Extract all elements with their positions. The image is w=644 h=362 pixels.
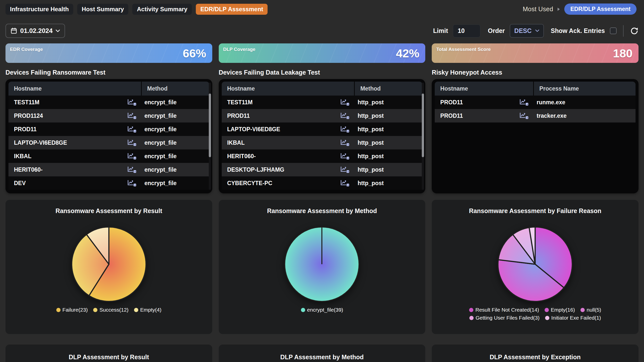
chart-dlp-by-method: DLP Assessment by Method [219, 344, 426, 362]
scrollbar-thumb[interactable] [422, 94, 424, 157]
legend-item-encrypt-file[interactable]: encrypt_file(39) [301, 307, 343, 313]
open-chart-icon[interactable] [340, 179, 350, 187]
legend-item-getting-user-files-failed[interactable]: Getting User Files Failed(3) [469, 315, 540, 321]
open-chart-icon[interactable] [340, 125, 350, 133]
scrollbar-thumb[interactable] [209, 94, 211, 157]
order-value: DESC [514, 27, 532, 35]
top-bar: Infrastructure HealthHost SummaryActivit… [0, 0, 644, 15]
legend-item-empty[interactable]: Empty(4) [134, 307, 162, 313]
legend-dot [301, 308, 305, 312]
tab-infrastructure-health[interactable]: Infrastructure Health [6, 4, 73, 15]
chart-ransomware-by-result: Ransomware Assessment by Result Failure(… [6, 200, 212, 334]
open-chart-icon[interactable] [340, 152, 350, 160]
legend-dot [469, 308, 473, 312]
table-row: PROD11 http_post [222, 109, 422, 122]
show-ack-checkbox[interactable] [610, 28, 616, 34]
chart-title: Ransomware Assessment by Failure Reason [432, 200, 638, 215]
most-used-badge[interactable]: EDR/DLP Assessment [564, 4, 636, 15]
hostname-cell: TEST11M [227, 99, 252, 106]
legend-item-success[interactable]: Success(12) [93, 307, 128, 313]
open-chart-icon[interactable] [127, 99, 136, 106]
table-row: TEST11M encrypt_file [8, 96, 209, 109]
open-chart-icon[interactable] [127, 125, 136, 133]
open-chart-icon[interactable] [127, 179, 136, 187]
legend-label: Initiator Exe Failed(1) [551, 315, 601, 321]
table-row: DESKTOP-LJFHAMG http_post [222, 163, 422, 176]
open-chart-icon[interactable] [519, 99, 529, 106]
stat-label: Total Assessment Score [436, 47, 491, 52]
hostname-cell: TEST11M [14, 99, 39, 106]
hostname-cell: HERIT060- [227, 153, 256, 160]
chart-title: Ransomware Assessment by Result [6, 200, 212, 215]
open-chart-icon[interactable] [340, 112, 350, 119]
chart-dlp-by-result: DLP Assessment by Result [6, 344, 212, 362]
breadcrumb-arrow-icon [557, 7, 560, 11]
chevron-down-icon [535, 30, 539, 32]
open-chart-icon[interactable] [127, 166, 136, 173]
table-body: TEST11M http_post PROD11 http_post LAPTO… [222, 96, 422, 190]
legend-item-result-file-not-created[interactable]: Result File Not Created(14) [469, 307, 539, 313]
open-chart-icon[interactable] [127, 112, 136, 119]
refresh-button[interactable] [630, 27, 638, 35]
open-chart-icon[interactable] [127, 139, 136, 146]
open-chart-icon[interactable] [340, 166, 350, 173]
legend-label: Getting User Files Failed(3) [476, 315, 540, 321]
column-header-hostname: Hostname [435, 82, 533, 96]
column-header-hostname: Hostname [222, 82, 354, 96]
legend-label: Result File Not Created(14) [475, 307, 539, 313]
chart-legend: encrypt_file(39) [242, 307, 402, 313]
open-chart-icon[interactable] [340, 99, 350, 106]
hostname-cell: DESKTOP-LJFHAMG [227, 166, 284, 173]
stat-cards-row: EDR Coverage 66% DLP Coverage 42% Total … [0, 43, 644, 63]
date-picker[interactable]: 01.02.2024 [6, 24, 65, 38]
open-chart-icon[interactable] [519, 112, 529, 119]
stat-value: 66% [183, 46, 206, 60]
show-ack-label: Show Ack. Entries [551, 27, 605, 35]
chart-title: DLP Assessment by Exception [432, 344, 638, 361]
pie-chart [219, 225, 426, 303]
column-header-method: Method [142, 82, 209, 96]
most-used-label: Most Used [523, 6, 553, 13]
value-cell: runme.exe [533, 99, 636, 106]
chart-title: DLP Assessment by Method [219, 344, 426, 361]
value-cell: encrypt_file [141, 166, 209, 173]
value-cell: encrypt_file [141, 139, 209, 146]
legend-dot [93, 308, 98, 312]
table-risky-honeypot: Hostname Process Name PROD11 runme.exe P… [432, 79, 638, 193]
stat-value: 180 [613, 46, 632, 60]
open-chart-icon[interactable] [340, 139, 350, 146]
hostname-cell: IKBAL [227, 139, 245, 146]
table-ransomware-test: Hostname Method TEST11M encrypt_file PRO… [6, 79, 212, 193]
table-row: HERIT060- http_post [222, 149, 422, 163]
section-risky-honeypot: Risky Honeypot Access Hostname Process N… [432, 63, 638, 193]
legend-item-initiator-exe-failed[interactable]: Initiator Exe Failed(1) [545, 315, 601, 321]
limit-input[interactable] [453, 25, 480, 37]
open-chart-icon[interactable] [127, 152, 136, 160]
tab-host-summary[interactable]: Host Summary [77, 4, 128, 15]
legend-item-null[interactable]: null(5) [580, 307, 601, 313]
chart-ransomware-by-failure-reason: Ransomware Assessment by Failure Reason … [432, 200, 638, 334]
legend-item-empty[interactable]: Empty(16) [544, 307, 575, 313]
tab-activity-summary[interactable]: Activity Summary [132, 4, 192, 15]
section-title: Devices Failing Data Leakage Test [219, 69, 426, 76]
edr-dlp-dashboard: { "tabs": [ { "label": "Infrastructure H… [0, 0, 644, 362]
table-header: Hostname Method [222, 82, 422, 96]
quick-access: Most Used EDR/DLP Assessment [523, 4, 638, 15]
table-row: PROD11 runme.exe [435, 96, 636, 109]
legend-dot [134, 308, 138, 312]
tab-edr-dlp-assessment[interactable]: EDR/DLP Assessment [196, 4, 268, 15]
column-header-process-name: Process Name [534, 82, 636, 96]
value-cell: http_post [354, 112, 422, 119]
hostname-cell: LAPTOP-VI6ED8GE [227, 126, 280, 133]
refresh-icon [630, 27, 638, 35]
controls-row: 01.02.2024 Limit Order DESC Show Ack. En… [0, 24, 644, 38]
chart-title: Ransomware Assessment by Method [219, 200, 426, 215]
value-cell: encrypt_file [141, 180, 209, 187]
table-body: TEST11M encrypt_file PROD1124 encrypt_fi… [8, 96, 209, 190]
table-row: LAPTOP-VI6ED8GE encrypt_file [8, 136, 209, 149]
legend-label: Success(12) [100, 307, 128, 313]
legend-item-failure[interactable]: Failure(23) [56, 307, 88, 313]
table-body: PROD11 runme.exe PROD11 tracker.exe [435, 96, 636, 122]
order-select[interactable]: DESC [510, 24, 544, 38]
legend-dot [469, 316, 474, 320]
